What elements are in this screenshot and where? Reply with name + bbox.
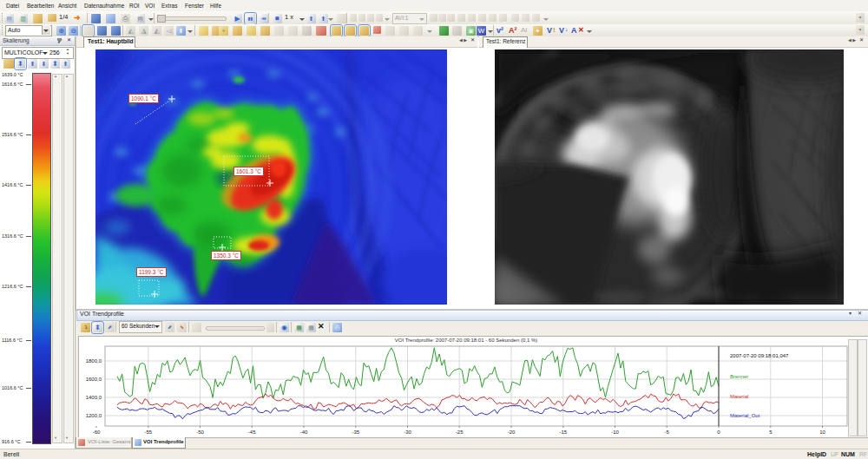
- svg-text:1200,0: 1200,0: [86, 413, 102, 418]
- svg-text:1800,0: 1800,0: [86, 358, 102, 364]
- svg-text:-60: -60: [93, 429, 101, 435]
- svg-text:-55: -55: [144, 429, 152, 435]
- svg-text:-20: -20: [508, 429, 516, 435]
- svg-text:2007-07-20 09:18:01,047: 2007-07-20 09:18:01,047: [730, 353, 789, 358]
- svg-text:1400,0: 1400,0: [86, 395, 102, 400]
- svg-text:VOI Trendprofile: 2007-07-20 0: VOI Trendprofile: 2007-07-20 09:18:01 - …: [395, 338, 537, 343]
- svg-text:Brenner: Brenner: [730, 374, 748, 379]
- svg-text:-40: -40: [300, 429, 308, 435]
- svg-text:-35: -35: [352, 429, 359, 435]
- svg-text:-15: -15: [559, 429, 567, 435]
- svg-text:0: 0: [717, 429, 720, 435]
- svg-text:-45: -45: [248, 429, 256, 435]
- svg-text:-5: -5: [665, 429, 670, 435]
- svg-text:Material: Material: [730, 394, 748, 399]
- svg-text:-25: -25: [456, 429, 464, 435]
- svg-text:-10: -10: [611, 429, 619, 435]
- svg-text:-50: -50: [196, 429, 204, 435]
- svg-text:Material_Out: Material_Out: [730, 413, 760, 418]
- svg-text:1600,0: 1600,0: [86, 377, 102, 382]
- svg-text:-30: -30: [404, 429, 411, 435]
- svg-text:5: 5: [769, 429, 773, 435]
- svg-text:10: 10: [819, 429, 825, 435]
